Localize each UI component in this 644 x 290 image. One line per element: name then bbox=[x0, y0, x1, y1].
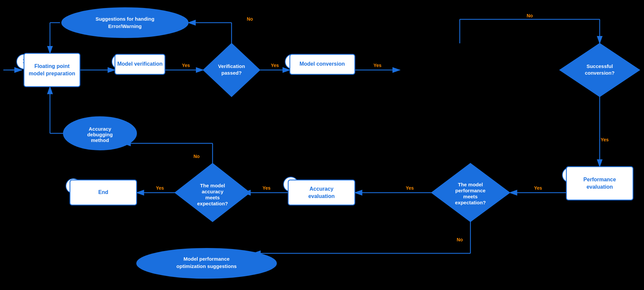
perf-meets-line1: The model bbox=[458, 182, 483, 187]
step4-line2: evaluation bbox=[586, 184, 613, 190]
yes-label-acc: Yes bbox=[263, 185, 271, 191]
step5-line2: evaluation bbox=[308, 193, 334, 199]
no-label-accm: No bbox=[194, 154, 200, 159]
step4-rect bbox=[566, 167, 633, 200]
yes-label-conv: Yes bbox=[373, 63, 381, 68]
step4-line1: Performance bbox=[583, 177, 616, 182]
acc-debug-line1: Accuracy bbox=[89, 126, 111, 132]
step1-line1: Floating point bbox=[34, 63, 70, 69]
step1-rect bbox=[24, 53, 80, 87]
no-label-pm: No bbox=[457, 237, 463, 242]
acc-debug-line3: method bbox=[91, 137, 109, 143]
perf-opt-line1: Model performance bbox=[184, 256, 230, 262]
acc-meets-line1: The model bbox=[200, 183, 225, 188]
suggestions-node bbox=[62, 8, 188, 38]
step3-label: Model conversion bbox=[300, 61, 345, 67]
succ-line1: Successful bbox=[586, 63, 613, 69]
no-label-succ: No bbox=[527, 13, 533, 18]
yes-label-verif: Yes bbox=[271, 63, 279, 68]
step6-label: End bbox=[98, 189, 108, 195]
yes-label-succ: Yes bbox=[601, 137, 609, 142]
yes-label-accm: Yes bbox=[156, 185, 164, 191]
verif-line1: Verification bbox=[218, 63, 245, 69]
verif-line2: passed? bbox=[222, 70, 242, 76]
step1-line2: model preparation bbox=[29, 71, 75, 76]
acc-debug-line2: debugging bbox=[87, 132, 113, 137]
perf-meets-line2: performance bbox=[455, 188, 486, 193]
succ-line2: conversion? bbox=[585, 70, 614, 76]
yes-label-perf: Yes bbox=[534, 185, 542, 191]
acc-meets-line4: expectation? bbox=[197, 201, 228, 206]
step5-line1: Accuracy bbox=[310, 186, 333, 192]
yes-label-pm: Yes bbox=[406, 185, 414, 191]
perf-opt-line2: optimization suggestions bbox=[177, 263, 237, 269]
step5-rect bbox=[288, 180, 355, 205]
step2-label: Model verification bbox=[117, 61, 163, 67]
suggestions-label2: Error/Warning bbox=[108, 23, 142, 29]
acc-meets-line2: accuracy bbox=[202, 189, 224, 194]
acc-meets-line3: meets bbox=[205, 195, 220, 200]
no-label-verif: No bbox=[247, 16, 253, 22]
suggestions-label: Suggestions for handing bbox=[96, 16, 155, 22]
perf-meets-line4: expectation? bbox=[455, 200, 486, 205]
yes-label-2: Yes bbox=[182, 63, 190, 68]
perf-meets-line3: meets bbox=[463, 194, 477, 199]
